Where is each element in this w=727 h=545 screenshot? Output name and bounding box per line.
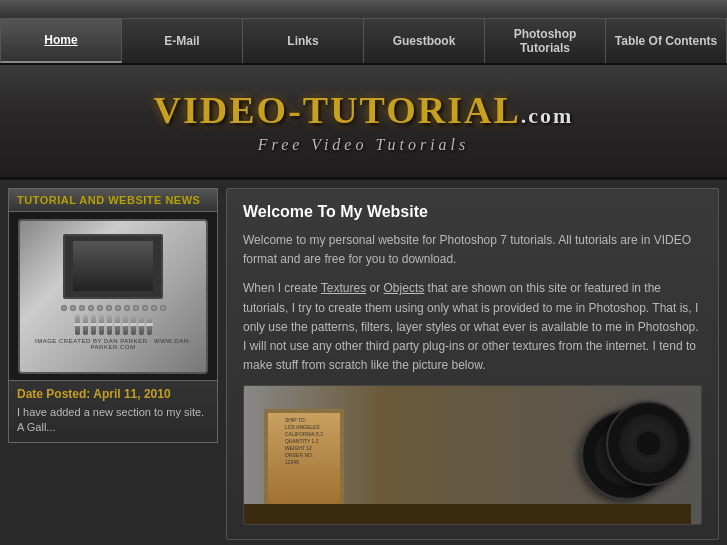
ground-surface (243, 504, 691, 524)
slider (83, 315, 88, 335)
slider (115, 315, 120, 335)
knob (106, 305, 112, 311)
content-paragraph-2: When I create Textures or Objects that a… (243, 279, 702, 375)
sidebar: TUTORIAL AND WEBSITE NEWS (8, 188, 218, 540)
sidebar-date-section: Date Posted: April 11, 2010 I have added… (8, 381, 218, 443)
date-text: I have added a new section to my site. A… (17, 405, 209, 436)
site-subtitle: Free Video Tutorials (258, 136, 470, 154)
slider (131, 315, 136, 335)
slider (99, 315, 104, 335)
picture-frame: SHIP TO:LOS ANGELESCALIFORNIA 5.2QUANTIT… (264, 409, 344, 509)
nav-item-links[interactable]: Links (243, 19, 364, 63)
slider (147, 315, 152, 335)
nav-item-email[interactable]: E-Mail (122, 19, 243, 63)
knob (97, 305, 103, 311)
knob (142, 305, 148, 311)
nav-item-guestbook[interactable]: Guestbook (364, 19, 485, 63)
sidebar-image: IMAGE CREATED BY DAN PARKER · WWW.DAN-PA… (8, 211, 218, 381)
slider (123, 315, 128, 335)
slider (107, 315, 112, 335)
navigation: Home E-Mail Links Guestbook Photoshop Tu… (0, 18, 727, 65)
site-banner: VIDEO-TUTORIAL.com Free Video Tutorials (0, 65, 727, 180)
nav-item-photoshop[interactable]: Photoshop Tutorials (485, 19, 606, 63)
knob (151, 305, 157, 311)
top-bar (0, 0, 727, 18)
slider (139, 315, 144, 335)
nav-item-home[interactable]: Home (0, 19, 122, 63)
device-label: IMAGE CREATED BY DAN PARKER · WWW.DAN-PA… (28, 338, 198, 350)
main-content-area: TUTORIAL AND WEBSITE NEWS (0, 180, 727, 545)
knob (70, 305, 76, 311)
content-image: SHIP TO:LOS ANGELESCALIFORNIA 5.2QUANTIT… (243, 385, 702, 525)
nav-item-toc[interactable]: Table Of Contents (606, 19, 727, 63)
knob (61, 305, 67, 311)
device-knobs (33, 305, 193, 311)
frame-text: SHIP TO:LOS ANGELESCALIFORNIA 5.2QUANTIT… (285, 417, 323, 466)
content-paragraph-1: Welcome to my personal website for Photo… (243, 231, 702, 269)
device-sliders (75, 315, 152, 335)
objects-link[interactable]: Objects (384, 281, 425, 295)
date-label: Date Posted: April 11, 2010 (17, 387, 209, 401)
knob (160, 305, 166, 311)
bottom-image-inner: SHIP TO:LOS ANGELESCALIFORNIA 5.2QUANTIT… (244, 386, 701, 524)
knob (115, 305, 121, 311)
knob (88, 305, 94, 311)
knob (133, 305, 139, 311)
knob (124, 305, 130, 311)
sidebar-news-title: TUTORIAL AND WEBSITE NEWS (8, 188, 218, 211)
main-article: Welcome To My Website Welcome to my pers… (226, 188, 719, 540)
device-screen (63, 234, 163, 299)
knob (79, 305, 85, 311)
textures-link[interactable]: Textures (321, 281, 366, 295)
slider (91, 315, 96, 335)
slider (75, 315, 80, 335)
content-heading: Welcome To My Website (243, 203, 702, 221)
device-image: IMAGE CREATED BY DAN PARKER · WWW.DAN-PA… (18, 219, 208, 374)
vinyl-record-2 (606, 401, 691, 486)
site-title: VIDEO-TUTORIAL.com (154, 88, 574, 132)
